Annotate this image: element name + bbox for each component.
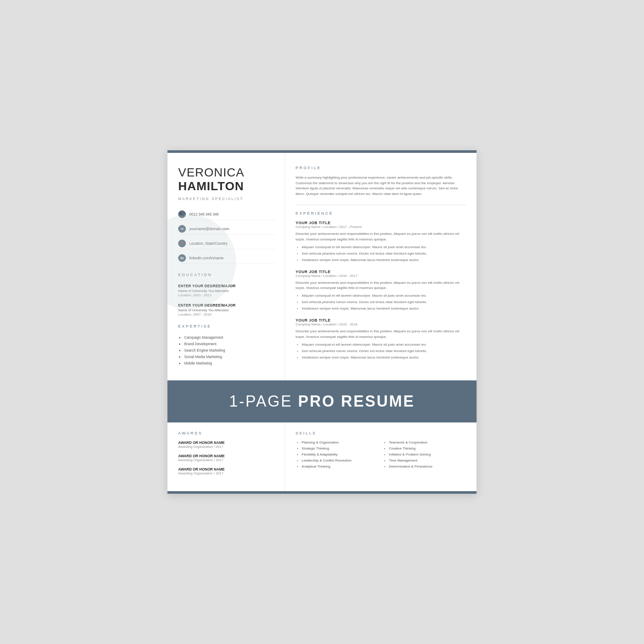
exp-bullets-1: Aliquam consequat et elit laoreet ullamc…: [296, 245, 466, 263]
linkedin-icon: in: [178, 254, 186, 262]
location-icon: 📍: [178, 240, 186, 247]
skills-heading: SKILLS: [296, 431, 466, 437]
contact-email: ✉ yourname@domain.com: [178, 223, 276, 235]
banner: 1-PAGE PRO RESUME: [167, 380, 477, 422]
exp-bullet-1-3: Vestibulum semper enim turpis. Maecenas …: [302, 258, 466, 263]
skill-1-3: Flexibility & Adaptability: [302, 453, 379, 456]
profile-section: PROFILE Write a summary highlighting you…: [296, 166, 466, 197]
full-name: VERONICA HAMILTON: [178, 166, 276, 193]
award-org-3: Awarding Organization / 2017: [178, 471, 276, 475]
exp-item-1: YOUR JOB TITLE Company Name / Location /…: [296, 221, 466, 263]
skill-2-2: Creative Thinking: [389, 447, 466, 450]
skill-1-2: Strategic Thinking: [302, 447, 379, 450]
edu-university-1: Name of University You Attended: [178, 289, 276, 293]
job-title: MARKETING SPECIALIST: [178, 197, 276, 201]
contact-phone: 📞 0012 345 345 345: [178, 209, 276, 220]
awards-heading: AWARDS: [178, 431, 276, 435]
bottom-section: AWARDS AWARD OR HONOR NAME Awarding Orga…: [167, 422, 477, 491]
edu-location-2: Location, 2007 - 2010: [178, 313, 276, 316]
banner-text: 1-PAGE PRO RESUME: [229, 392, 415, 410]
award-name-1: AWARD OR HONOR NAME: [178, 440, 276, 445]
exp-bullet-3-3: Vestibulum semper enim turpis. Maecenas …: [302, 355, 466, 360]
skills-col-2: Teamwork & Cooperation Creative Thinking…: [383, 440, 466, 471]
edu-item-2: ENTER YOUR DEGREE/MAJOR Name of Universi…: [178, 303, 276, 316]
skills-list-2: Teamwork & Cooperation Creative Thinking…: [383, 440, 466, 468]
page-wrapper: VERONICA HAMILTON MARKETING SPECIALIST 📞…: [155, 133, 489, 511]
email-icon: ✉: [178, 225, 186, 233]
name-section: VERONICA HAMILTON MARKETING SPECIALIST: [178, 166, 276, 201]
last-name: HAMILTON: [178, 179, 244, 193]
exp-item-3: YOUR JOB TITLE Company Name / Location /…: [296, 318, 466, 360]
expertise-list: Campaign Management Brand Development Se…: [178, 335, 276, 365]
exp-bullet-2-3: Vestibulum semper enim turpis. Maecenas …: [302, 306, 466, 311]
contact-location: 📍 Location, State/Country: [178, 238, 276, 249]
exp-item-2: YOUR JOB TITLE Company Name / Location /…: [296, 270, 466, 312]
exp-bullets-3: Aliquam consequat et elit laoreet ullamc…: [296, 342, 466, 360]
bottom-accent-bar: [167, 491, 477, 494]
experience-heading: EXPERIENCE: [296, 211, 466, 217]
expertise-item-3: Search Engine Marketing: [184, 348, 276, 352]
exp-desc-2: Describe your achievements and responsib…: [296, 280, 466, 292]
contact-section: 📞 0012 345 345 345 ✉ yourname@domain.com…: [178, 209, 276, 264]
exp-title-3: YOUR JOB TITLE: [296, 318, 466, 322]
award-item-2: AWARD OR HONOR NAME Awarding Organizatio…: [178, 454, 276, 462]
skill-1-4: Leadership & Conflict Resolution: [302, 459, 379, 462]
right-column: PROFILE Write a summary highlighting you…: [285, 153, 477, 380]
banner-light-text: 1-PAGE: [229, 392, 298, 410]
expertise-item-1: Campaign Management: [184, 335, 276, 340]
exp-company-2: Company Name / Location / 2016 - 2017: [296, 274, 466, 278]
exp-title-2: YOUR JOB TITLE: [296, 270, 466, 274]
resume-body: VERONICA HAMILTON MARKETING SPECIALIST 📞…: [167, 153, 477, 380]
exp-desc-3: Describe your achievements and responsib…: [296, 329, 466, 340]
banner-bold-text: PRO RESUME: [298, 392, 415, 410]
skills-list-1: Planning & Organization Strategic Thinki…: [296, 440, 379, 468]
profile-text: Write a summary highlighting your profes…: [296, 175, 466, 197]
edu-item-1: ENTER YOUR DEGREE/MAJOR Name of Universi…: [178, 284, 276, 297]
education-heading: EDUCATION: [178, 273, 276, 279]
award-item-3: AWARD OR HONOR NAME Awarding Organizatio…: [178, 467, 276, 475]
skills-grid: Planning & Organization Strategic Thinki…: [296, 440, 466, 471]
skill-1-1: Planning & Organization: [302, 440, 379, 444]
contact-linkedin: in linkedin.com/in/name: [178, 252, 276, 264]
exp-company-3: Company Name / Location / 2015 - 2016: [296, 322, 466, 326]
location-text: Location, State/Country: [189, 241, 228, 246]
expertise-item-5: Mobile Marketing: [184, 361, 276, 365]
left-column: VERONICA HAMILTON MARKETING SPECIALIST 📞…: [167, 153, 285, 380]
award-name-3: AWARD OR HONOR NAME: [178, 467, 276, 471]
edu-university-2: Name of University You Attended: [178, 308, 276, 312]
exp-bullet-1-2: Sed vehicula pharetra rutrum viverra. Do…: [302, 251, 466, 256]
exp-bullet-2-1: Aliquam consequat et elit laoreet ullamc…: [302, 293, 466, 298]
award-item-1: AWARD OR HONOR NAME Awarding Organizatio…: [178, 440, 276, 449]
email-text: yourname@domain.com: [189, 227, 229, 231]
phone-text: 0012 345 345 345: [189, 212, 219, 216]
exp-title-1: YOUR JOB TITLE: [296, 221, 466, 225]
edu-degree-1: ENTER YOUR DEGREE/MAJOR: [178, 284, 276, 288]
exp-bullet-2-2: Sed vehicula pharetra rutrum viverra. Do…: [302, 300, 466, 305]
award-org-2: Awarding Organization / 2017: [178, 458, 276, 462]
skills-section: SKILLS Planning & Organization Strategic…: [285, 422, 477, 491]
expertise-item-4: Social Media Marketing: [184, 355, 276, 359]
expertise-heading: EXPERTISE: [178, 324, 276, 330]
award-name-2: AWARD OR HONOR NAME: [178, 454, 276, 458]
expertise-item-2: Brand Development: [184, 342, 276, 346]
skill-1-5: Analytical Thinking: [302, 465, 379, 468]
edu-degree-2: ENTER YOUR DEGREE/MAJOR: [178, 303, 276, 307]
exp-desc-1: Describe your achievements and responsib…: [296, 231, 466, 243]
profile-heading: PROFILE: [296, 166, 466, 172]
linkedin-text: linkedin.com/in/name: [189, 256, 224, 260]
first-name: VERONICA: [178, 166, 244, 179]
award-org-1: Awarding Organization / 2017: [178, 445, 276, 449]
awards-section: AWARDS AWARD OR HONOR NAME Awarding Orga…: [167, 422, 285, 491]
skill-2-1: Teamwork & Cooperation: [389, 440, 466, 444]
skill-2-5: Determination & Persistence: [389, 465, 466, 468]
exp-bullet-1-1: Aliquam consequat et elit laoreet ullamc…: [302, 245, 466, 250]
resume-card: VERONICA HAMILTON MARKETING SPECIALIST 📞…: [167, 150, 477, 494]
exp-bullets-2: Aliquam consequat et elit laoreet ullamc…: [296, 293, 466, 311]
exp-bullet-3-2: Sed vehicula pharetra rutrum viverra. Do…: [302, 349, 466, 354]
skills-col-1: Planning & Organization Strategic Thinki…: [296, 440, 379, 471]
divider-1: [296, 205, 466, 205]
phone-icon: 📞: [178, 210, 186, 218]
skill-2-4: Time Management: [389, 459, 466, 462]
edu-location-1: Location, 2010 - 2012: [178, 293, 276, 297]
exp-company-1: Company Name / Location / 2017 - Present: [296, 225, 466, 229]
